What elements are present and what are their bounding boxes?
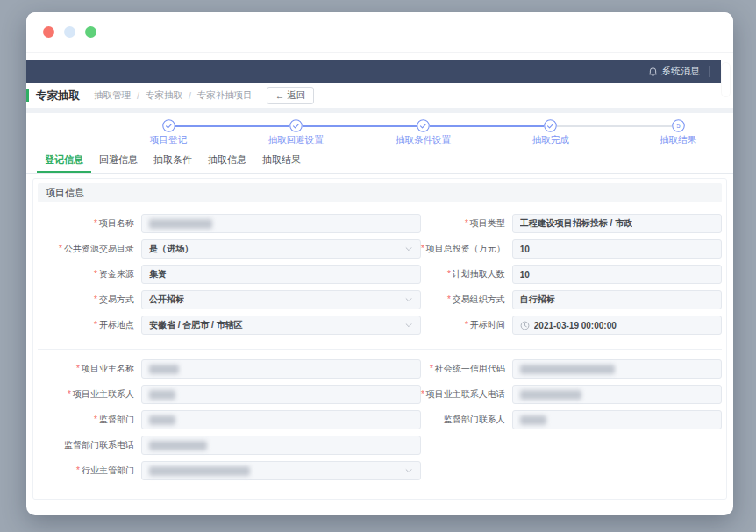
redacted-value (149, 219, 212, 229)
select-field[interactable]: 公开招标 (141, 290, 421, 309)
maximize-window-button[interactable] (85, 26, 96, 38)
form-group-divider (38, 349, 722, 350)
breadcrumb-row: 专家抽取 抽取管理/专家抽取/专家补抽项目 ← 返回 (26, 83, 733, 108)
tab-4[interactable]: 抽取信息 (200, 148, 254, 173)
field-label: *行业主管部门 (38, 465, 141, 477)
top-navbar: 系统消息 (26, 60, 721, 83)
clock-icon (520, 321, 530, 330)
field-label-text: 交易方式 (99, 294, 134, 304)
field-label: *资金来源 (38, 268, 141, 280)
stepper-step-label: 抽取条件设置 (396, 134, 451, 146)
input-field[interactable] (512, 410, 722, 429)
tab-2[interactable]: 回避信息 (91, 148, 146, 173)
input-field[interactable] (512, 359, 722, 379)
field-value: 10 (520, 270, 530, 280)
redacted-value (149, 415, 175, 425)
app-window: 系统消息 专家抽取 抽取管理/专家抽取/专家补抽项目 ← 返回 项目登记抽取回避… (26, 12, 733, 515)
required-asterisk: * (68, 389, 71, 399)
input-field[interactable]: 集资 (141, 265, 421, 284)
scrollbar-thumb[interactable] (722, 63, 730, 96)
field-label: *项目名称 (38, 217, 141, 230)
field-label: *项目业主名称 (38, 363, 141, 375)
input-field[interactable] (512, 385, 722, 404)
field-label-text: 项目总投资（万元） (426, 244, 505, 253)
field-label: *开标时间 (421, 319, 512, 331)
arrow-left-icon: ← (275, 90, 285, 101)
field-label-text: 计划抽取人数 (453, 269, 505, 279)
section-header: 项目信息 (38, 183, 722, 202)
field-value: 工程建设项目招标投标 / 市政 (520, 217, 632, 230)
form-cell (421, 436, 722, 455)
step-check-icon (417, 119, 430, 132)
form-cell: *交易方式公开招标 (38, 290, 421, 309)
tab-1[interactable]: 登记信息 (37, 148, 91, 173)
input-field[interactable]: 工程建设项目招标投标 / 市政 (512, 214, 722, 233)
breadcrumb-item[interactable]: 专家抽取 (146, 89, 182, 102)
step-number-icon: 5 (672, 119, 685, 132)
input-field[interactable] (141, 410, 421, 429)
select-field[interactable]: 是（进场） (141, 239, 421, 259)
field-label: 监督部门联系电话 (38, 439, 141, 451)
field-label-text: 资金来源 (99, 269, 134, 279)
required-asterisk: * (94, 320, 97, 330)
field-label-text: 项目业主联系人 (73, 389, 134, 399)
form-row: *开标地点安徽省 / 合肥市 / 市辖区*开标时间2021-03-19 00:0… (38, 316, 722, 335)
field-label-text: 社会统一信用代码 (435, 364, 505, 373)
field-value: 自行招标 (520, 294, 555, 306)
step-check-icon (289, 119, 303, 132)
input-field[interactable]: 10 (512, 239, 722, 259)
field-label: *项目总投资（万元） (421, 243, 512, 255)
stepper-step-label: 项目登记 (150, 134, 187, 146)
field-label-text: 项目业主联系人电话 (426, 389, 505, 399)
form-cell: 监督部门联系人 (421, 410, 722, 429)
titlebar-spacer (26, 53, 733, 60)
datetime-field[interactable]: 2021-03-19 00:00:00 (512, 316, 722, 335)
minimize-window-button[interactable] (64, 26, 75, 38)
form-cell: *交易组织方式自行招标 (421, 290, 722, 309)
required-asterisk: * (76, 364, 80, 373)
input-field[interactable]: 自行招标 (512, 290, 722, 309)
redacted-value (149, 365, 179, 374)
chevron-down-icon (404, 245, 413, 253)
input-field[interactable] (141, 359, 421, 379)
stepper-step: 5抽取结果 (625, 119, 731, 146)
form-row: *项目名称*项目类型工程建设项目招标投标 / 市政 (38, 214, 722, 233)
form-cell: *项目业主名称 (38, 359, 421, 379)
input-field[interactable] (141, 214, 421, 233)
close-window-button[interactable] (43, 26, 54, 38)
input-field[interactable]: 10 (512, 265, 722, 284)
field-label: *监督部门 (38, 414, 141, 426)
redacted-value (520, 390, 581, 400)
field-label-text: 交易组织方式 (453, 294, 505, 304)
breadcrumb-separator: / (137, 90, 139, 101)
form-cell: *项目类型工程建设项目招标投标 / 市政 (421, 214, 722, 233)
field-value: 10 (520, 245, 530, 254)
redacted-value (520, 415, 546, 425)
field-label: *交易方式 (38, 294, 141, 306)
breadcrumb-item[interactable]: 专家补抽项目 (197, 89, 253, 102)
field-label: *项目类型 (421, 217, 512, 230)
stepper-step: 项目登记 (116, 119, 221, 146)
select-field[interactable]: 安徽省 / 合肥市 / 市辖区 (141, 316, 421, 335)
form-row: *交易方式公开招标*交易组织方式自行招标 (38, 290, 722, 309)
select-field[interactable] (141, 461, 421, 480)
breadcrumb-item[interactable]: 抽取管理 (94, 89, 131, 102)
form-cell: *项目总投资（万元）10 (421, 239, 722, 259)
field-label: *项目业主联系人 (38, 388, 141, 401)
redacted-value (149, 390, 175, 400)
required-asterisk: * (465, 320, 468, 330)
field-label-text: 监督部门联系人 (444, 415, 505, 424)
field-value: 安徽省 / 合肥市 / 市辖区 (149, 319, 243, 331)
form-cell: *计划抽取人数10 (421, 265, 722, 284)
input-field[interactable] (141, 436, 421, 455)
stepper-step: 抽取回避设置 (243, 119, 348, 146)
required-asterisk: * (465, 218, 468, 228)
input-field[interactable] (141, 385, 421, 404)
back-button-label: 返回 (287, 89, 305, 102)
tab-3[interactable]: 抽取条件 (146, 148, 200, 173)
back-button[interactable]: ← 返回 (267, 87, 315, 104)
field-label-text: 项目类型 (470, 218, 505, 228)
tab-5[interactable]: 抽取结果 (254, 148, 309, 173)
system-messages-button[interactable]: 系统消息 (648, 65, 721, 78)
bell-icon (648, 67, 658, 77)
